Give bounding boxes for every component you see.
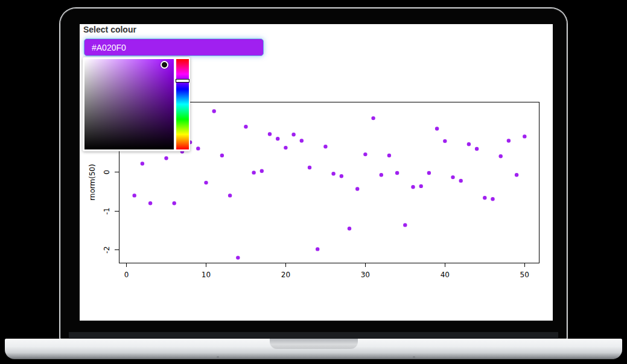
data-point	[204, 181, 208, 184]
data-point	[300, 139, 304, 142]
data-point	[173, 201, 176, 205]
x-tick-label: 30	[361, 271, 370, 279]
x-tick-label: 0	[124, 271, 129, 279]
laptop-base-notch	[270, 339, 358, 349]
x-tick-label: 40	[441, 271, 450, 279]
data-point	[284, 146, 287, 149]
data-point	[435, 127, 439, 130]
data-point	[244, 125, 247, 128]
y-tick-label: -2	[103, 246, 111, 254]
data-point	[196, 146, 200, 150]
data-point	[443, 139, 447, 143]
data-point	[340, 174, 343, 178]
data-point	[316, 247, 319, 251]
data-point	[475, 147, 479, 151]
data-point	[523, 134, 526, 138]
data-point	[427, 171, 431, 175]
hue-slider-thumb[interactable]	[176, 79, 189, 83]
data-point	[260, 169, 264, 173]
data-point	[212, 109, 216, 113]
data-point	[491, 197, 494, 201]
data-point	[403, 223, 407, 227]
data-point	[228, 193, 232, 197]
saturation-square[interactable]	[84, 59, 174, 149]
data-point	[507, 139, 511, 142]
data-point	[355, 187, 359, 190]
data-point	[276, 137, 279, 140]
page: { "app": { "colour_label": "Select colou…	[0, 0, 627, 364]
y-tick-label: 0	[103, 170, 111, 175]
data-point	[363, 152, 367, 156]
data-point	[387, 154, 391, 157]
x-tick-label: 50	[520, 271, 529, 279]
data-point	[419, 184, 423, 188]
data-point	[323, 145, 327, 148]
x-tick-label: 10	[202, 271, 211, 279]
data-point	[451, 175, 454, 179]
base-foot-dot	[413, 356, 415, 358]
data-point	[236, 256, 240, 259]
data-point	[141, 162, 144, 165]
saturation-cursor[interactable]	[161, 61, 168, 69]
data-point	[499, 154, 503, 158]
y-tick-label: -1	[103, 207, 111, 215]
data-point	[371, 116, 375, 120]
y-axis-label: rnorm(50)	[88, 164, 97, 201]
laptop-base	[5, 339, 622, 359]
data-point	[515, 173, 518, 177]
data-point	[268, 132, 272, 136]
data-point	[220, 154, 224, 157]
data-point	[348, 227, 351, 230]
data-point	[308, 166, 311, 169]
base-foot-dot	[217, 356, 219, 358]
data-point	[395, 171, 399, 175]
data-point	[164, 156, 168, 160]
screen: Select colour 010203040500-1-2rnorm(50)	[80, 24, 553, 321]
laptop-frame: Select colour 010203040500-1-2rnorm(50)	[60, 8, 567, 339]
hue-slider[interactable]	[176, 59, 189, 149]
data-point	[148, 201, 152, 205]
data-point	[459, 179, 463, 183]
colour-picker-panel	[83, 57, 190, 151]
data-point	[380, 173, 383, 177]
laptop-hinge	[69, 332, 558, 339]
data-point	[411, 185, 415, 189]
x-tick-label: 20	[281, 271, 290, 279]
data-point	[483, 196, 486, 199]
data-point	[252, 171, 255, 174]
data-point	[331, 172, 335, 175]
data-point	[291, 133, 295, 136]
data-point	[133, 193, 136, 197]
data-point	[467, 142, 471, 146]
